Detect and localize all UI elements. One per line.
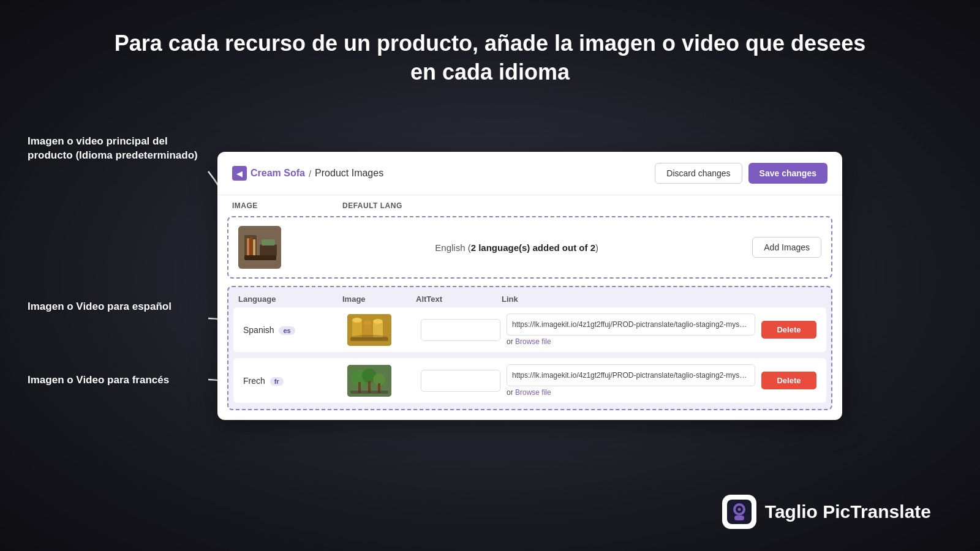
- svg-point-16: [363, 320, 372, 324]
- back-button[interactable]: ◀: [232, 166, 247, 181]
- lang-count-text: 2 language(s) added out of 2: [471, 242, 595, 253]
- spanish-browse-link[interactable]: Browse file: [515, 337, 551, 346]
- breadcrumb-product-link[interactable]: Cream Sofa: [251, 168, 305, 179]
- svg-point-15: [352, 318, 362, 323]
- spanish-link-wrapper: or Browse file: [507, 313, 755, 346]
- col-header-default-lang: DEFAULT LANG: [342, 201, 827, 210]
- spanish-image: [347, 314, 391, 346]
- lang-col-alt-text: AltText: [416, 294, 496, 304]
- svg-rect-6: [250, 237, 252, 257]
- french-badge: fr: [270, 377, 284, 386]
- language-rows-section: Language Image AltText Link Spanish es: [227, 286, 832, 410]
- annotation-french: Imagen o Video para francés: [28, 373, 175, 388]
- heading-line1: Para cada recurso de un producto, añade …: [115, 31, 865, 56]
- spanish-browse-text: or Browse file: [507, 337, 755, 346]
- breadcrumb: ◀ Cream Sofa / Product Images: [232, 166, 383, 181]
- spanish-link-input[interactable]: [507, 313, 755, 335]
- product-main-row: English (2 language(s) added out of 2) A…: [227, 216, 832, 279]
- spanish-delete-button[interactable]: Delete: [761, 321, 816, 339]
- svg-rect-5: [247, 238, 249, 257]
- spanish-alt-text-input[interactable]: [421, 319, 500, 341]
- svg-rect-10: [262, 239, 275, 246]
- header-buttons: Discard changes Save changes: [655, 163, 827, 184]
- lang-row-headers: Language Image AltText Link: [228, 287, 831, 307]
- french-link-wrapper: or Browse file: [507, 364, 755, 397]
- heading-line2: en cada idioma: [410, 59, 570, 84]
- breadcrumb-separator: /: [309, 168, 311, 179]
- svg-rect-9: [244, 255, 276, 260]
- svg-rect-7: [253, 239, 255, 257]
- discard-button[interactable]: Discard changes: [655, 163, 742, 184]
- french-alt-text-input[interactable]: [421, 370, 500, 392]
- save-button[interactable]: Save changes: [748, 163, 827, 184]
- lang-col-language: Language: [238, 294, 336, 304]
- svg-point-19: [351, 335, 388, 340]
- product-lang-info: English (2 language(s) added out of 2): [293, 242, 740, 253]
- table-row: Spanish es or Browse file: [233, 307, 826, 352]
- svg-rect-31: [734, 515, 744, 520]
- brand-icon: [722, 495, 756, 529]
- taglio-logo: [727, 500, 752, 524]
- brand-badge: Taglio PicTranslate: [722, 495, 931, 529]
- main-panel: ◀ Cream Sofa / Product Images Discard ch…: [217, 152, 842, 420]
- lang-col-link: Link: [502, 294, 760, 304]
- add-images-button[interactable]: Add Images: [752, 237, 821, 258]
- svg-point-17: [373, 319, 383, 324]
- col-header-image: IMAGE: [232, 201, 342, 210]
- french-delete-button[interactable]: Delete: [761, 372, 816, 389]
- french-browse-text: or Browse file: [507, 388, 755, 397]
- svg-rect-27: [350, 391, 388, 394]
- svg-point-32: [737, 508, 741, 511]
- french-thumbnail: [347, 365, 391, 397]
- annotation-default-lang: Imagen o video principal del producto (I…: [28, 135, 205, 163]
- annotation-spanish: Imagen o Video para español: [28, 300, 175, 314]
- spanish-thumbnail: [347, 314, 391, 346]
- lang-col-actions: [766, 294, 821, 304]
- panel-header: ◀ Cream Sofa / Product Images Discard ch…: [217, 152, 842, 195]
- french-browse-link[interactable]: Browse file: [515, 388, 551, 397]
- svg-rect-8: [260, 244, 277, 257]
- table-row: Frech fr or Browse file Delet: [233, 358, 826, 403]
- product-thumbnail: [238, 226, 281, 269]
- spanish-lang-name: Spanish es: [243, 325, 341, 335]
- french-link-input[interactable]: [507, 364, 755, 386]
- table-headers: IMAGE DEFAULT LANG: [217, 195, 842, 216]
- spanish-badge: es: [279, 326, 295, 335]
- french-image: [347, 365, 391, 397]
- french-lang-name: Frech fr: [243, 376, 341, 386]
- lang-info-text: English (2 language(s) added out of 2): [435, 242, 598, 253]
- breadcrumb-current-page: Product Images: [315, 168, 383, 179]
- sofa-image: [238, 226, 281, 269]
- main-heading: Para cada recurso de un producto, añade …: [0, 0, 980, 99]
- lang-col-image: Image: [342, 294, 410, 304]
- brand-name: Taglio PicTranslate: [765, 501, 931, 522]
